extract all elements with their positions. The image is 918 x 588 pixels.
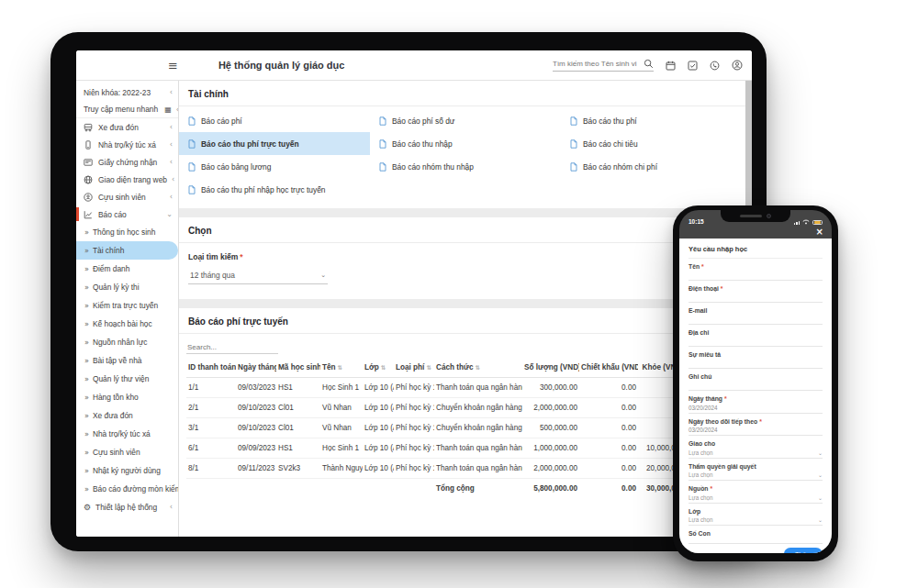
admission-request-sheet: Yêu cầu nhập học Tên* Điện thoại* E-mail… [679,239,832,553]
children-count-input[interactable] [688,537,823,544]
link-income-report[interactable]: Báo cáo thu nhập [370,132,561,155]
sidebar-subitem-student-info[interactable]: » Thông tin học sinh [76,223,178,241]
col-amount[interactable]: Số lượng (VND)⇅ [522,358,579,378]
link-label: Báo cáo nhóm thu nhập [392,162,474,172]
col-payment-id[interactable]: ID thanh toán⇅ [186,358,236,378]
sidebar-subitem-transport-report[interactable]: » Xe đưa đón [76,406,178,425]
sort-icon: ⇅ [476,364,480,372]
add-button[interactable]: Thêm [784,548,823,553]
chevron-down-icon: ⌄ [818,449,823,456]
col-class[interactable]: Lớp⇅ [363,358,394,378]
submenu-arrow-icon: » [84,357,89,365]
close-icon[interactable]: × [816,227,823,237]
sidebar-item-transport[interactable]: Xe đưa đón ‹ [76,118,178,136]
table-row: 2/109/10/2023Cl01Vũ NhanLớp 10 (A)Phí họ… [186,398,686,418]
sidebar-item-website[interactable]: Giao diện trang web ‹ [76,171,178,188]
email-input[interactable] [688,314,823,325]
scrollbar-thumb[interactable] [745,81,752,209]
sidebar-item-label: Nhà trọ/ký túc xá [98,140,156,150]
link-payroll-report[interactable]: Báo cáo bảng lương [179,155,370,178]
note-input[interactable] [688,380,823,391]
sidebar-subitem-finance[interactable]: » Tài chính [76,241,178,260]
search-icon[interactable] [644,59,654,69]
col-name[interactable]: Tên⇅ [320,358,363,378]
next-follow-up-date-input[interactable]: 03/20/2024 [688,427,823,436]
calendar-icon[interactable] [666,61,676,71]
description-input[interactable] [688,358,823,369]
field-email: E-mail [688,307,823,325]
link-expense-group-report[interactable]: Báo cáo nhóm chi phí [561,155,752,178]
sidebar-subitem-user-log[interactable]: » Nhật ký người dùng [76,461,178,480]
phone-close-row: × [679,225,832,239]
link-income-group-report[interactable]: Báo cáo nhóm thu nhập [370,155,561,178]
sidebar-item-quick-menu[interactable]: Truy cập menu nhanh ▦ ‹ [76,101,178,118]
link-label: Báo cáo chi tiêu [583,139,638,149]
chevron-left-icon: ‹ [170,503,173,511]
col-discount[interactable]: Chiết khấu (VND)⇅ [579,358,638,378]
table-row: 3/109/10/2023Cl01Vũ NhanLớp 10 (A)Phí họ… [186,418,686,438]
col-method[interactable]: Cách thức⇅ [434,358,522,378]
sidebar-item-label: Xe đưa đón [98,123,139,132]
sidebar-subitem-label: Thông tin học sinh [93,227,155,237]
sidebar-item-academic-year[interactable]: Niên khóa: 2022-23 ‹ [76,83,178,101]
link-online-admission-fee-report[interactable]: Báo cáo thu phí nhập học trực tuyến [179,178,370,201]
chevron-down-icon: ⌄ [818,494,823,501]
sidebar-subitem-library[interactable]: » Quản lý thư viện [76,370,178,388]
col-fee-type[interactable]: Loại phí⇅ [394,358,434,378]
sidebar-subitem-attendance[interactable]: » Điểm danh [76,260,178,278]
filter-card: Chọn Loại tìm kiếm* 12 tháng qua ⌄ [179,217,752,299]
authority-select[interactable]: Lựa chọn ⌄ [688,472,823,481]
header-search-input[interactable] [553,60,637,68]
submenu-arrow-icon: » [84,430,89,438]
class-select[interactable]: Lựa chọn ⌄ [688,516,823,526]
sidebar-subitem-audit-trail[interactable]: » Báo cáo đường mòn kiểm toán [76,480,178,498]
sidebar-subitem-alumni-report[interactable]: » Cựu sinh viên [76,443,178,461]
report-card: Báo cáo phí trực tuyến ID thanh toán⇅ Ng… [179,308,752,537]
sidebar-item-reports[interactable]: Báo cáo ⌄ [76,205,178,223]
sort-icon: ⇅ [338,364,342,372]
col-date[interactable]: Ngày tháng⇅ [236,358,276,378]
sidebar-subitem-homework[interactable]: » Bài tập về nhà [76,351,178,370]
date-input[interactable]: 03/20/2024 [688,405,823,414]
sidebar-subitem-online-test[interactable]: » Kiểm tra trực tuyến [76,296,178,315]
sidebar-subitem-hostel-report[interactable]: » Nhà trọ/ký túc xá [76,425,178,443]
chevron-down-icon: ⌄ [320,272,326,279]
link-online-fee-collection-report[interactable]: Báo cáo thu phí trực tuyến [179,132,370,155]
sidebar-item-alumni[interactable]: Cựu sinh viên ‹ [76,188,178,205]
required-mark: * [721,285,723,292]
sidebar-subitem-inventory[interactable]: » Hàng tồn kho [76,388,178,406]
field-next-follow-up-date: Ngày theo dõi tiếp theo* 03/20/2024 [688,418,823,437]
source-select[interactable]: Lựa chọn ⌄ [688,494,823,504]
link-expense-report[interactable]: Báo cáo chi tiêu [561,132,752,155]
filter-body: Loại tìm kiếm* 12 tháng qua ⌄ [179,243,752,299]
sidebar-item-label: Báo cáo [98,210,127,219]
link-fee-collection-report[interactable]: Báo cáo thu phí [561,109,752,132]
address-input[interactable] [688,336,823,347]
col-student-code[interactable]: Mã học sinh⇅ [276,358,320,378]
link-fee-report[interactable]: Báo cáo phí [179,109,370,132]
table-search-input[interactable] [186,341,278,354]
search-type-select[interactable]: 12 tháng qua ⌄ [188,265,328,284]
whatsapp-icon[interactable] [710,61,720,71]
sidebar-subitem-label: Nhật ký người dùng [93,466,161,475]
table-row: 8/109/11/2023SV2k3Thành NguyễnLớp 10 (A)… [186,459,686,479]
check-square-icon[interactable] [688,61,698,71]
sidebar-item-hostel[interactable]: Nhà trọ/ký túc xá ‹ [76,136,178,153]
required-mark: * [701,263,704,270]
field-address: Địa chỉ [688,329,823,347]
name-input[interactable] [688,270,823,281]
submenu-arrow-icon: » [84,467,89,475]
sidebar-subitem-lesson-plan[interactable]: » Kế hoạch bài học [76,315,178,333]
hamburger-menu-icon[interactable]: ≡ [168,60,178,72]
bus-icon [84,123,94,132]
sidebar-item-system-settings[interactable]: ⚙ Thiết lập hệ thống ‹ [76,498,178,516]
link-fee-balance-report[interactable]: Báo cáo phí số dư [370,109,561,132]
speaker-icon [740,215,762,217]
link-label: Báo cáo thu phí [583,116,637,126]
sidebar-item-certificate[interactable]: Giấy chứng nhận ‹ [76,153,178,171]
user-avatar-icon[interactable] [732,60,743,71]
phone-input[interactable] [688,292,823,303]
sidebar-subitem-exam-management[interactable]: » Quản lý kỳ thi [76,278,178,296]
sidebar-subitem-hr[interactable]: » Nguồn nhân lực [76,333,178,351]
assigned-to-select[interactable]: Lựa chọn ⌄ [688,449,823,459]
